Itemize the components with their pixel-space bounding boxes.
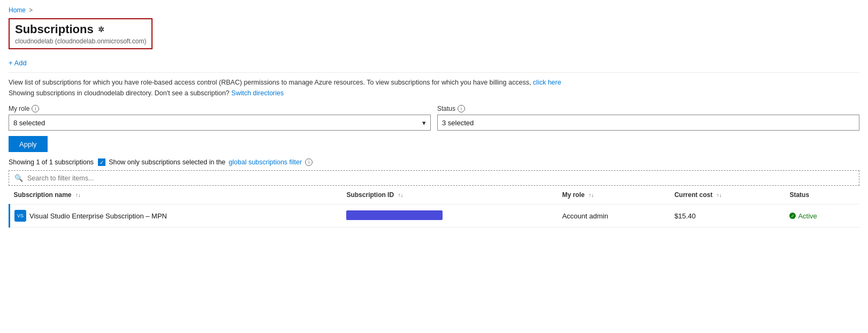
cell-cost: $15.40 xyxy=(670,205,785,228)
search-input[interactable] xyxy=(27,175,854,182)
my-role-filter: My role i 8 selected ▾ xyxy=(9,105,431,131)
breadcrumb: Home > xyxy=(9,6,859,14)
filters-section: My role i 8 selected ▾ Status i 3 select… xyxy=(9,105,859,131)
global-filter-checkbox-label[interactable]: Show only subscriptions selected in the … xyxy=(98,158,313,166)
cell-role: Account admin xyxy=(558,205,670,228)
my-role-dropdown[interactable]: 8 selected ▾ xyxy=(9,115,431,131)
showing-bar: Showing 1 of 1 subscriptions Show only s… xyxy=(9,158,859,166)
subscription-id-bar xyxy=(346,210,443,220)
sort-role-icon[interactable]: ↑↓ xyxy=(589,192,594,198)
switch-directories-link[interactable]: Switch directories xyxy=(231,89,284,97)
click-here-link[interactable]: click here xyxy=(533,79,561,86)
sort-cost-icon[interactable]: ↑↓ xyxy=(717,192,722,198)
description-main-text: View list of subscriptions for which you… xyxy=(9,79,531,86)
col-header-status: Status xyxy=(785,186,859,205)
title-box: Subscriptions ✲ cloudnodelab (cloudnodel… xyxy=(9,18,153,49)
showing-count: Showing 1 of 1 subscriptions xyxy=(9,158,94,166)
page-title: Subscriptions ✲ xyxy=(15,22,146,36)
status-active-icon xyxy=(789,213,796,219)
col-header-role: My role ↑↓ xyxy=(558,186,670,205)
sort-id-icon[interactable]: ↑↓ xyxy=(398,192,403,198)
table-body: VS Visual Studio Enterprise Subscription… xyxy=(10,205,860,228)
status-active-label: Active xyxy=(798,212,817,220)
col-header-name: Subscription name ↑↓ xyxy=(10,186,342,205)
toolbar: + Add xyxy=(9,59,859,73)
status-filter: Status i 3 selected xyxy=(437,105,859,131)
page-subtitle: cloudnodelab (cloudnodelab.onmicrosoft.c… xyxy=(15,37,146,45)
breadcrumb-separator: > xyxy=(29,6,33,14)
global-subscriptions-filter-link[interactable]: global subscriptions filter xyxy=(229,158,302,166)
search-bar: 🔍 xyxy=(9,170,859,186)
my-role-label: My role i xyxy=(9,105,431,112)
description-section: View list of subscriptions for which you… xyxy=(9,77,859,99)
col-header-id: Subscription ID ↑↓ xyxy=(342,186,558,205)
description-second-line: Showing subscriptions in cloudnodelab di… xyxy=(9,89,230,97)
breadcrumb-home[interactable]: Home xyxy=(9,6,26,14)
cell-sub-id xyxy=(342,205,558,228)
table-header: Subscription name ↑↓ Subscription ID ↑↓ … xyxy=(10,186,860,205)
table-row: VS Visual Studio Enterprise Subscription… xyxy=(10,205,860,228)
subscription-icon: VS xyxy=(14,210,26,222)
global-filter-info-icon[interactable]: i xyxy=(305,158,313,166)
cell-status: Active xyxy=(785,205,859,228)
col-header-cost: Current cost ↑↓ xyxy=(670,186,785,205)
status-label: Status i xyxy=(437,105,859,112)
apply-section: Apply xyxy=(9,136,859,152)
sort-name-icon[interactable]: ↑↓ xyxy=(75,192,81,198)
my-role-info-icon[interactable]: i xyxy=(32,105,39,112)
cell-sub-name: VS Visual Studio Enterprise Subscription… xyxy=(10,205,342,228)
apply-button[interactable]: Apply xyxy=(9,136,48,152)
add-button[interactable]: + Add xyxy=(9,59,27,67)
my-role-chevron: ▾ xyxy=(422,119,426,127)
subscriptions-table: Subscription name ↑↓ Subscription ID ↑↓ … xyxy=(9,186,859,228)
status-dropdown[interactable]: 3 selected xyxy=(437,115,859,131)
status-info-icon[interactable]: i xyxy=(458,105,465,112)
pin-icon[interactable]: ✲ xyxy=(98,25,104,34)
search-icon: 🔍 xyxy=(14,174,23,182)
global-filter-checkbox[interactable] xyxy=(98,158,105,166)
